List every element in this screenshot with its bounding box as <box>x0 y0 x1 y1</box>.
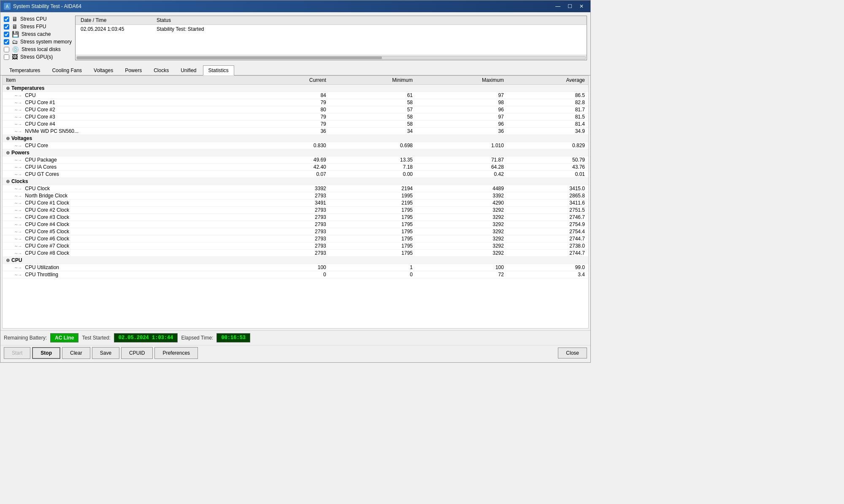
tab-unified[interactable]: Unified <box>175 65 202 75</box>
tab-clocks[interactable]: Clocks <box>148 65 174 75</box>
table-row: ∼→ CPU Core #1 79 58 98 82.8 <box>3 99 588 106</box>
item-average-2-0: 50.79 <box>507 156 588 164</box>
item-name-0-5: ∼→ NVMe WD PC SN560... <box>3 128 254 135</box>
table-row: ∼→ CPU Core #4 Clock 2793 1795 3292 2754… <box>3 221 588 228</box>
group-collapse-icon-2[interactable]: ⊕ <box>6 150 10 156</box>
col-minimum: Minimum <box>330 76 416 85</box>
item-name-3-9: ∼→ CPU Core #8 Clock <box>3 250 254 257</box>
stress-gpu-option[interactable]: 🖼 Stress GPU(s) <box>4 54 72 60</box>
table-row: ∼→ CPU Core 0.830 0.698 1.010 0.829 <box>3 142 588 149</box>
group-collapse-icon-4[interactable]: ⊕ <box>6 258 10 263</box>
bottom-status: Remaining Battery: AC Line Test Started:… <box>0 330 590 345</box>
item-maximum-3-5: 3292 <box>416 221 507 228</box>
stress-disks-option[interactable]: 💿 Stress local disks <box>4 46 72 53</box>
cpuid-button[interactable]: CPUID <box>121 347 153 359</box>
item-label-3-2: CPU Core #1 Clock <box>24 200 69 206</box>
stress-fpu-checkbox[interactable] <box>4 24 9 30</box>
log-body: 02.05.2024 1:03:45 Stability Test: Start… <box>76 25 587 33</box>
sensor-icon-3-2: ∼→ <box>14 201 22 205</box>
stress-memory-checkbox[interactable] <box>4 39 9 45</box>
clear-button[interactable]: Clear <box>62 347 90 359</box>
log-scrollthumb[interactable] <box>77 57 382 59</box>
item-label-3-1: North Bridge Clock <box>24 193 68 199</box>
item-name-0-3: ∼→ CPU Core #3 <box>3 113 254 121</box>
group-collapse-icon-3[interactable]: ⊕ <box>6 179 10 184</box>
item-label-1-0: CPU Core <box>24 143 48 148</box>
top-section: 🖥 Stress CPU 🖥 Stress FPU 💾 Stress cache… <box>0 12 590 64</box>
item-name-0-4: ∼→ CPU Core #4 <box>3 121 254 128</box>
item-average-3-4: 2746.7 <box>507 214 588 221</box>
log-row-date-0: 02.05.2024 1:03:45 <box>81 26 157 32</box>
tab-voltages[interactable]: Voltages <box>88 65 119 75</box>
group-collapse-icon-1[interactable]: ⊕ <box>6 136 10 141</box>
test-started-value: 02.05.2024 1:03:44 <box>114 333 178 342</box>
item-average-0-2: 81.7 <box>507 106 588 113</box>
sensor-icon-4-0: ∼→ <box>14 265 22 270</box>
item-current-3-3: 2793 <box>254 207 330 214</box>
item-current-0-2: 80 <box>254 106 330 113</box>
table-row: ∼→ CPU Throttling 0 0 72 3.4 <box>3 271 588 278</box>
item-current-0-1: 79 <box>254 99 330 106</box>
log-scrollbar[interactable] <box>76 55 587 60</box>
item-name-3-0: ∼→ CPU Clock <box>3 185 254 192</box>
item-maximum-4-1: 72 <box>416 271 507 278</box>
log-status-header: Status <box>153 17 585 24</box>
stress-memory-option[interactable]: 🗂 Stress system memory <box>4 38 72 45</box>
stress-cpu-option[interactable]: 🖥 Stress CPU <box>4 16 72 22</box>
table-row: ∼→ NVMe WD PC SN560... 36 34 36 34.9 <box>3 128 588 135</box>
item-minimum-0-4: 58 <box>330 121 416 128</box>
stress-disks-checkbox[interactable] <box>4 47 9 52</box>
item-maximum-2-0: 71.87 <box>416 156 507 164</box>
item-current-3-7: 2793 <box>254 235 330 243</box>
table-row: ∼→ CPU Core #8 Clock 2793 1795 3292 2744… <box>3 250 588 257</box>
item-minimum-3-8: 1795 <box>330 243 416 250</box>
log-row-status-0: Stability Test: Started <box>157 26 582 32</box>
item-maximum-3-8: 3292 <box>416 243 507 250</box>
stress-cache-option[interactable]: 💾 Stress cache <box>4 31 72 38</box>
start-button[interactable]: Start <box>4 347 30 359</box>
item-maximum-0-2: 96 <box>416 106 507 113</box>
item-minimum-2-2: 0.00 <box>330 171 416 178</box>
item-average-1-0: 0.829 <box>507 142 588 149</box>
log-date-header: Date / Time <box>77 17 153 24</box>
item-minimum-2-0: 13.35 <box>330 156 416 164</box>
item-average-0-4: 81.4 <box>507 121 588 128</box>
tab-temperatures[interactable]: Temperatures <box>4 65 46 75</box>
item-label-2-0: CPU Package <box>24 157 57 163</box>
stress-cache-checkbox[interactable] <box>4 32 9 37</box>
log-scrolltrack[interactable] <box>76 56 586 59</box>
item-name-3-5: ∼→ CPU Core #4 Clock <box>3 221 254 228</box>
sensor-icon-0-1: ∼→ <box>14 100 22 105</box>
group-name-4: CPU <box>11 257 22 263</box>
title-bar-controls: — ☐ ✕ <box>552 2 587 11</box>
item-label-3-0: CPU Clock <box>24 186 50 191</box>
item-label-0-1: CPU Core #1 <box>24 100 55 105</box>
item-average-2-1: 43.76 <box>507 164 588 171</box>
item-minimum-3-2: 2195 <box>330 199 416 207</box>
item-label-3-7: CPU Core #6 Clock <box>24 236 69 242</box>
log-header: Date / Time Status <box>76 16 587 25</box>
tab-cooling-fans[interactable]: Cooling Fans <box>46 65 87 75</box>
cache-small-icon: 💾 <box>12 31 19 38</box>
minimize-button[interactable]: — <box>552 2 563 11</box>
save-button[interactable]: Save <box>92 347 119 359</box>
stress-cpu-checkbox[interactable] <box>4 16 9 22</box>
item-maximum-3-9: 3292 <box>416 250 507 257</box>
item-name-2-2: ∼→ CPU GT Cores <box>3 171 254 178</box>
item-average-4-1: 3.4 <box>507 271 588 278</box>
stop-button[interactable]: Stop <box>32 347 60 359</box>
item-name-3-8: ∼→ CPU Core #7 Clock <box>3 243 254 250</box>
group-collapse-icon-0[interactable]: ⊕ <box>6 86 10 91</box>
window-close-button[interactable]: ✕ <box>576 2 587 11</box>
preferences-button[interactable]: Preferences <box>154 347 198 359</box>
close-button[interactable]: Close <box>558 348 587 358</box>
stress-fpu-option[interactable]: 🖥 Stress FPU <box>4 23 72 30</box>
tab-statistics[interactable]: Statistics <box>203 65 234 75</box>
item-current-0-5: 36 <box>254 128 330 135</box>
maximize-button[interactable]: ☐ <box>564 2 575 11</box>
tab-powers[interactable]: Powers <box>119 65 147 75</box>
table-row: ∼→ CPU Core #1 Clock 3491 2195 4290 3411… <box>3 199 588 207</box>
item-name-2-1: ∼→ CPU IA Cores <box>3 164 254 171</box>
item-name-3-7: ∼→ CPU Core #6 Clock <box>3 235 254 243</box>
stress-gpu-checkbox[interactable] <box>4 54 9 60</box>
